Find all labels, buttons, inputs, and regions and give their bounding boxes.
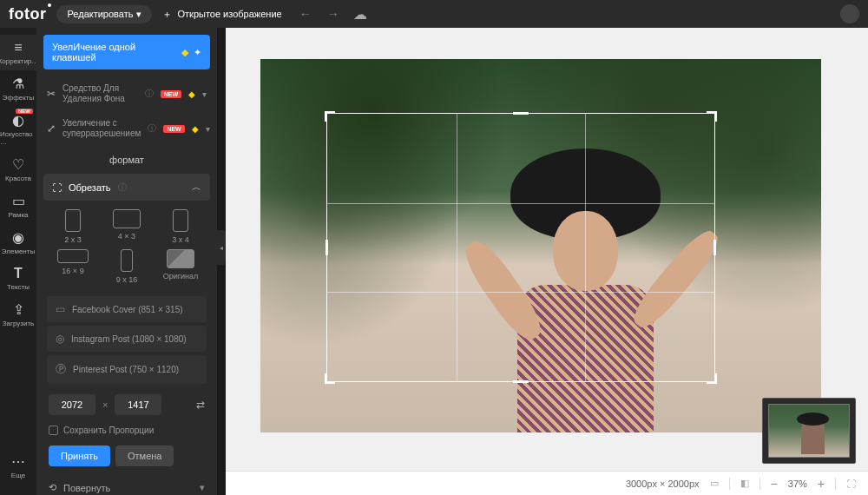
preset-label: Facebook Cover (851 × 315) [72,305,183,314]
ai-enhance-button[interactable]: УвелИчение одной клавишей ◆ ✦ [43,35,210,69]
avatar[interactable] [840,4,859,23]
frame-icon: ▭ [12,193,25,209]
keep-ratio-row[interactable]: Сохранить Пропорции [36,422,217,439]
open-image-label: Открытое изображение [177,9,281,19]
rotate-row[interactable]: ⟲ Повернуть ▾ [36,473,217,495]
edit-label: Редактировать [67,9,133,19]
crop-handle-left[interactable] [326,240,328,255]
sidebar-item-effects[interactable]: ⚗ Эффекты [0,70,36,107]
crop-ratio-3x4[interactable]: 3 x 4 [156,209,205,244]
crop-handle-bottom[interactable] [513,380,529,383]
keep-ratio-label: Сохранить Пропорции [63,426,154,435]
rotate-icon: ⟲ [49,482,56,493]
ai-enhance-label: УвелИчение одной клавишей [52,42,176,63]
zoom-out-button[interactable]: − [771,477,778,491]
apply-button[interactable]: Принять [49,446,110,466]
panel-collapse-tab[interactable]: ◂ [217,230,226,265]
heart-icon: ♡ [12,156,24,173]
header: fotor Редактировать ▾ ＋ Открытое изображ… [0,0,868,28]
sidebar-item-beauty[interactable]: ♡ Красота [0,151,36,188]
art-icon: ◐ [12,112,24,129]
preset-instagram-post[interactable]: ◎ Instagram Post (1080 × 1080) [47,326,207,352]
zoom-level: 37% [788,478,807,489]
edit-dropdown-button[interactable]: Редактировать ▾ [56,5,152,23]
crop-ratio-16x9[interactable]: 16 × 9 [49,249,97,284]
height-input[interactable] [115,394,161,415]
icon-sidebar: ≡ Корректир… ⚗ Эффекты NEW ◐ Искусство …… [0,28,36,495]
elements-icon: ◉ [12,229,24,246]
sidebar-item-elements[interactable]: ◉ Элементы [0,224,36,261]
info-icon: ⓘ [148,122,156,135]
flask-icon: ⚗ [12,76,24,92]
new-tag: NEW [163,125,184,133]
preset-label: Pinterest Post (750 × 1120) [73,365,179,374]
dimensions-label: 3000px × 2000px [626,478,700,489]
instagram-icon: ◎ [56,333,64,345]
sidebar-item-upload[interactable]: ⇪ Загрузить [0,296,36,333]
new-tag: NEW [161,90,181,98]
preset-facebook-cover[interactable]: ▭ Facebook Cover (851 × 315) [47,296,207,322]
rotate-label: Повернуть [63,483,110,493]
navigator-thumbnail[interactable] [762,398,856,464]
crop-header[interactable]: ⛶ Обрезать ⓘ ︿ [43,174,210,201]
upload-icon: ⇪ [13,301,24,318]
aspect-icon[interactable]: ▭ [710,478,719,489]
new-badge: NEW [16,109,33,114]
sidebar-item-text[interactable]: T Тексты [0,261,36,296]
times-icon: × [102,399,108,410]
fit-screen-icon[interactable]: ⛶ [846,478,856,489]
bg-remove-label: Средство Для Удаления Фона [62,83,138,104]
crop-ratio-2x3[interactable]: 2 x 3 [49,209,97,244]
scissors-icon: ✂ [47,88,56,100]
text-icon: T [14,266,23,281]
zoom-in-button[interactable]: + [818,477,825,491]
crop-handle-bl[interactable] [325,373,335,384]
nav-arrows: ← → [299,7,339,21]
crop-overlay[interactable] [326,113,715,382]
sidebar-item-more[interactable]: ⋯ Еще [0,448,36,485]
diamond-icon: ◆ [181,47,188,58]
crop-handle-br[interactable] [707,373,717,384]
crop-icon: ⛶ [52,182,62,193]
format-section-title: формат [36,146,217,174]
diamond-icon: ◆ [188,89,195,99]
canvas-area: 3000px × 2000px ▭ ◧ − 37% + ⛶ [226,28,868,495]
chevron-down-icon: ▾ [206,124,210,134]
plus-icon: ＋ [162,8,172,21]
checkbox[interactable] [49,426,58,435]
status-bar: 3000px × 2000px ▭ ◧ − 37% + ⛶ [226,471,868,495]
crop-buttons: Принять Отмена [36,439,217,473]
crop-ratio-original[interactable]: Оригинал [156,249,205,284]
more-icon: ⋯ [11,453,25,470]
open-image-button[interactable]: ＋ Открытое изображение [162,8,281,21]
wand-icon: ✦ [194,47,201,58]
sidebar-item-adjust[interactable]: ≡ Корректир… [0,35,36,70]
logo: fotor [9,5,46,23]
cancel-button[interactable]: Отмена [115,446,174,466]
facebook-icon: ▭ [56,303,65,315]
sidebar-item-art[interactable]: NEW ◐ Искусство … [0,107,36,151]
width-input[interactable] [49,394,95,415]
crop-ratio-grid: 2 x 3 4 × 3 3 x 4 16 × 9 9 x 16 Оригинал [36,201,217,293]
image-stage[interactable] [260,59,821,432]
crop-handle-right[interactable] [713,240,716,255]
cloud-sync-icon[interactable]: ☁ [353,6,367,23]
super-res-row[interactable]: ⤢ Увеличение с суперразрешением ⓘ NEW ◆ … [36,111,217,146]
undo-button[interactable]: ← [299,7,312,21]
redo-button[interactable]: → [327,7,339,21]
diamond-icon: ◆ [192,124,199,134]
chevron-down-icon: ▾ [202,89,207,99]
swap-icon[interactable]: ⇄ [196,399,205,411]
crop-ratio-9x16[interactable]: 9 x 16 [102,249,151,284]
preset-pinterest-post[interactable]: Ⓟ Pinterest Post (750 × 1120) [47,355,207,384]
compare-icon[interactable]: ◧ [740,478,749,489]
crop-handle-tl[interactable] [325,111,335,122]
preset-label: Instagram Post (1080 × 1080) [71,334,187,344]
crop-handle-top[interactable] [513,112,529,115]
pinterest-icon: Ⓟ [56,362,66,377]
crop-label: Обрезать [69,182,111,193]
crop-ratio-4x3[interactable]: 4 × 3 [102,209,151,244]
bg-remove-row[interactable]: ✂ Средство Для Удаления Фона ⓘ NEW ◆ ▾ [36,76,217,111]
crop-handle-tr[interactable] [707,111,717,122]
sidebar-item-frame[interactable]: ▭ Рамка [0,188,36,224]
